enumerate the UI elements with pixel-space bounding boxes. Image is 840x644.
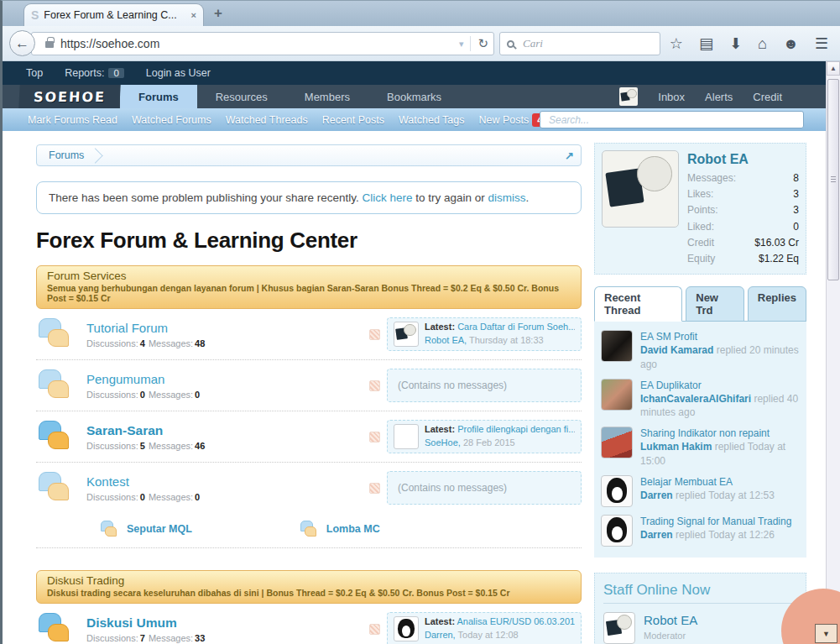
- toolbar-icons: ☆ ▤ ⬇ ⌂ ☻ ☰: [670, 32, 828, 55]
- topbar-reports[interactable]: Reports:0: [65, 67, 124, 79]
- site-topbar: Top Reports:0 Login as User: [3, 61, 826, 85]
- nav-alerts[interactable]: Alerts: [705, 91, 733, 103]
- bookmark-star-icon[interactable]: ☆: [670, 36, 683, 51]
- smiley-icon[interactable]: ☻: [783, 36, 799, 51]
- latest-author-link[interactable]: Robot EA,: [425, 335, 467, 345]
- category-title[interactable]: Diskusi Trading: [47, 574, 571, 587]
- forum-link[interactable]: Diskusi Umum: [86, 615, 177, 630]
- latest-author-link[interactable]: SoeHoe,: [425, 437, 461, 448]
- sub-nav: Mark Forums Read Watched Forums Watched …: [3, 108, 826, 131]
- thread-item[interactable]: EA SM ProfitDavid Kamarad replied 20 min…: [601, 330, 800, 371]
- nav-credit[interactable]: Credit: [753, 91, 782, 103]
- latest-thread-link[interactable]: Analisa EUR/USD 06.03.2015: [457, 616, 575, 626]
- latest-thread-link[interactable]: Cara Daftar di Forum Soeh...: [457, 322, 575, 332]
- nav-tab-resources[interactable]: Resources: [197, 85, 286, 108]
- url-text[interactable]: https://soehoe.com: [60, 37, 452, 50]
- subnav-recent-posts[interactable]: Recent Posts: [322, 114, 384, 126]
- forum-row-saran-saran: Saran-Saran Discussions:5Messages:46 Lat…: [36, 411, 582, 463]
- forum-link[interactable]: Pengumuman: [86, 372, 164, 386]
- nav-tab-forums[interactable]: Forums: [120, 85, 197, 108]
- category-title[interactable]: Forum Services: [47, 270, 571, 282]
- thread-item[interactable]: Trading Signal for Manual TradingDarren …: [601, 515, 800, 547]
- thread-user-link[interactable]: Lukman Hakim: [640, 441, 712, 453]
- thread-title-link[interactable]: Sharing Indikator non repaint: [640, 427, 800, 440]
- thread-title-link[interactable]: EA SM Profit: [640, 330, 800, 343]
- url-bar[interactable]: https://soehoe.com ▾ ↻: [31, 32, 494, 55]
- new-tab-button[interactable]: +: [214, 5, 222, 22]
- subnav-watched-threads[interactable]: Watched Threads: [226, 114, 308, 126]
- forum-link[interactable]: Kontest: [86, 474, 129, 489]
- thread-title-link[interactable]: Belajar Membuat EA: [640, 475, 775, 489]
- thread-user-link[interactable]: IchanCavaleraAlGhifari: [640, 393, 751, 405]
- tab-replies[interactable]: Replies: [748, 286, 806, 322]
- home-icon[interactable]: ⌂: [758, 36, 767, 51]
- forum-link[interactable]: Tutorial Forum: [86, 321, 168, 335]
- subnav-mark-forums-read[interactable]: Mark Forums Read: [28, 114, 117, 126]
- lock-icon: [45, 41, 54, 48]
- subforum-lomba-mc[interactable]: Lomba MC: [298, 519, 380, 538]
- scroll-down-button[interactable]: ▼: [815, 624, 837, 643]
- thread-user-link[interactable]: Darren: [640, 529, 673, 541]
- staff-name-link[interactable]: Robot EA: [644, 613, 697, 627]
- rss-icon[interactable]: [369, 432, 380, 442]
- topbar-link-top[interactable]: Top: [26, 67, 43, 79]
- latest-post[interactable]: Latest: Analisa EUR/USD 06.03.2015 Darre…: [387, 612, 582, 644]
- thread-item[interactable]: Sharing Indikator non repaintLukman Haki…: [601, 427, 800, 468]
- bookmarks-menu-icon[interactable]: ▤: [699, 36, 713, 51]
- subnav-watched-forums[interactable]: Watched Forums: [132, 114, 211, 126]
- downloads-icon[interactable]: ⬇: [729, 36, 742, 51]
- nav-inbox[interactable]: Inbox: [658, 91, 685, 103]
- browser-search-input[interactable]: [521, 36, 653, 51]
- nav-tab-bookmarks[interactable]: Bookmarks: [368, 85, 460, 108]
- forum-search-input[interactable]: [547, 112, 796, 128]
- rss-icon[interactable]: [369, 624, 380, 635]
- close-tab-icon[interactable]: ×: [191, 10, 196, 20]
- staff-member[interactable]: Robot EAModerator: [603, 612, 797, 644]
- user-name-link[interactable]: Robot EA: [687, 152, 799, 167]
- stat-likes: Likes:3: [687, 186, 799, 202]
- tab-new-trd[interactable]: New Trd: [686, 286, 744, 322]
- thread-title-link[interactable]: Trading Signal for Manual Trading: [640, 515, 791, 528]
- latest-post-empty: (Contains no messages): [387, 471, 582, 505]
- rss-icon[interactable]: [369, 380, 380, 391]
- menu-icon[interactable]: ☰: [815, 36, 828, 51]
- scrollbar-thumb[interactable]: [827, 79, 839, 280]
- topbar-login[interactable]: Login as User: [146, 67, 211, 79]
- user-avatar-large[interactable]: [602, 150, 679, 228]
- reports-label: Reports:: [65, 67, 104, 79]
- forum-search[interactable]: [540, 111, 804, 128]
- thread-item[interactable]: Belajar Membuat EADarren replied Today a…: [601, 475, 800, 507]
- user-avatar[interactable]: [619, 87, 638, 106]
- reload-icon[interactable]: ↻: [470, 36, 488, 51]
- site-logo[interactable]: SOEHOE: [18, 85, 120, 108]
- external-link-icon[interactable]: ↗: [565, 149, 574, 162]
- rss-icon[interactable]: [369, 483, 380, 494]
- forum-link[interactable]: Saran-Saran: [86, 423, 163, 437]
- forum-stats: Discussions:0Messages:0: [86, 492, 363, 502]
- avatar: [601, 330, 633, 362]
- browser-tab[interactable]: S Forex Forum & Learning C... ×: [23, 3, 204, 26]
- stat-messages: Messages:8: [687, 170, 799, 186]
- notice-click-here-link[interactable]: Click here: [362, 191, 412, 204]
- rss-icon[interactable]: [369, 329, 380, 340]
- thread-user-link[interactable]: Darren: [640, 490, 673, 501]
- latest-thread-link[interactable]: Profile dilengkapi dengan fi...: [457, 424, 575, 434]
- latest-post[interactable]: Latest: Cara Daftar di Forum Soeh... Rob…: [387, 317, 582, 351]
- url-dropdown-icon[interactable]: ▾: [459, 39, 464, 50]
- latest-post[interactable]: Latest: Profile dilengkapi dengan fi... …: [387, 420, 582, 453]
- latest-author-link[interactable]: Darren,: [425, 630, 456, 640]
- notice-dismiss-link[interactable]: dismiss: [488, 191, 526, 204]
- forum-bubbles-icon: [36, 470, 75, 505]
- browser-search[interactable]: [499, 32, 660, 55]
- subforum-seputar-mql[interactable]: Seputar MQL: [98, 519, 192, 538]
- back-button[interactable]: ←: [9, 30, 35, 56]
- tab-recent-thread[interactable]: Recent Thread: [594, 286, 682, 322]
- nav-tab-members[interactable]: Members: [286, 85, 368, 108]
- scroll-up-icon[interactable]: ▲: [827, 61, 840, 76]
- page-scrollbar[interactable]: ▲: [826, 61, 840, 644]
- thread-item[interactable]: EA DuplikatorIchanCavaleraAlGhifari repl…: [601, 379, 800, 420]
- subnav-watched-tags[interactable]: Watched Tags: [399, 114, 465, 126]
- thread-title-link[interactable]: EA Duplikator: [640, 379, 800, 392]
- breadcrumb-forums[interactable]: Forums: [37, 145, 96, 165]
- thread-user-link[interactable]: David Kamarad: [640, 344, 713, 356]
